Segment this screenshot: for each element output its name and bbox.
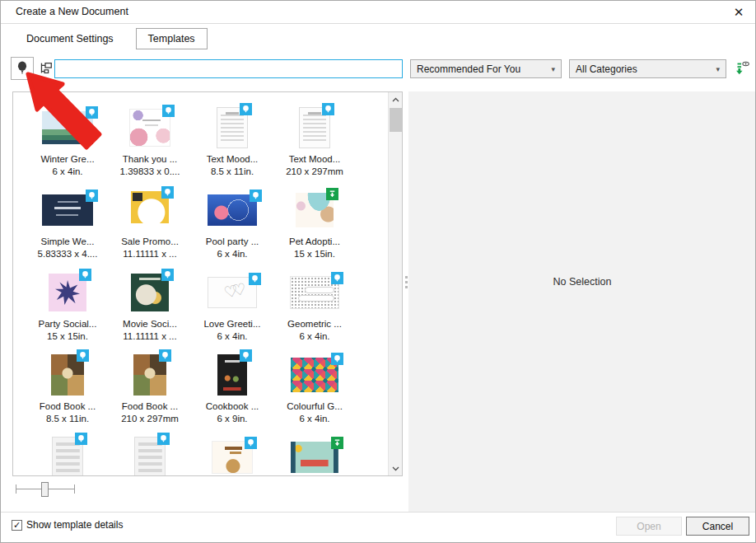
online-badge-icon <box>240 349 252 362</box>
template-size: 6 x 4in. <box>299 330 329 343</box>
tab-document-settings[interactable]: Document Settings <box>16 28 124 49</box>
template-item[interactable]: Food Book ... 8.5 x 11in. <box>26 351 109 433</box>
downloaded-badge-icon <box>326 188 338 200</box>
template-item[interactable]: Thank you ... 1.39833 x 0.... <box>109 104 191 186</box>
template-item[interactable] <box>191 433 273 476</box>
zoom-slider-handle[interactable] <box>41 482 49 497</box>
open-button[interactable]: Open <box>616 517 682 536</box>
template-item[interactable]: Simple We... 5.83333 x 4.... <box>26 186 109 269</box>
online-badge-icon <box>86 190 98 202</box>
template-thumbnail <box>291 442 338 473</box>
category-filter-dropdown[interactable]: All Categories ▾ <box>569 59 726 78</box>
scrollbar[interactable] <box>388 92 402 475</box>
template-name: Love Greeti... <box>203 318 260 330</box>
tree-view-button[interactable] <box>35 59 55 79</box>
dialog-title-bar: Create a New Document ✕ <box>1 1 755 24</box>
template-item[interactable]: Pet Adopti... 15 x 15in. <box>273 186 356 269</box>
category-filter-value: All Categories <box>576 63 637 75</box>
recommended-filter-dropdown[interactable]: Recommended For You ▾ <box>410 59 562 78</box>
thumbnail-zoom-slider[interactable] <box>16 482 75 497</box>
template-name: Text Mood... <box>289 153 341 166</box>
template-size: 210 x 297mm <box>121 413 179 425</box>
template-thumbnail <box>129 109 170 147</box>
template-size: 5.83333 x 4.... <box>38 248 98 260</box>
template-item[interactable]: Party Social... 15 x 15in. <box>26 269 109 351</box>
template-item[interactable] <box>273 433 356 476</box>
online-badge-icon <box>86 106 98 119</box>
online-badge-icon <box>331 353 343 365</box>
download-eye-icon <box>733 68 751 80</box>
online-badge-icon <box>331 272 343 284</box>
template-thumbnail <box>52 437 83 476</box>
template-item[interactable]: Love Greeti... 6 x 4in. <box>191 269 273 351</box>
recommended-filter-value: Recommended For You <box>417 63 520 75</box>
template-item[interactable]: Cookbook ... 6 x 9in. <box>191 351 273 433</box>
template-size: 8.5 x 11in. <box>211 166 254 178</box>
scrollbar-thumb[interactable] <box>390 108 402 132</box>
online-badge-icon <box>245 437 257 449</box>
online-content-toggle-button[interactable] <box>732 59 752 79</box>
tree-view-icon <box>37 60 54 79</box>
template-size: 210 x 297mm <box>286 166 343 178</box>
template-grid: Winter Gre... 6 x 4in. Thank you ... 1.3… <box>13 92 388 476</box>
show-template-details-checkbox[interactable]: ✓ Show template details <box>12 519 123 531</box>
panel-splitter[interactable] <box>404 91 408 512</box>
online-badge-icon <box>161 269 174 281</box>
template-name: Colourful G... <box>287 400 343 413</box>
online-badge-icon <box>250 190 262 202</box>
online-badge-icon <box>75 433 87 445</box>
template-item[interactable]: Pool party ... 6 x 4in. <box>191 186 273 269</box>
template-thumbnail <box>299 107 330 148</box>
template-thumbnail <box>51 354 84 396</box>
template-thumbnail <box>49 274 86 311</box>
template-size: 11.11111 x ... <box>123 330 176 343</box>
template-thumbnail <box>217 354 247 396</box>
filter-balloon-button[interactable] <box>11 57 34 80</box>
template-name: Pet Adopti... <box>289 236 340 248</box>
template-item[interactable]: Winter Gre... 6 x 4in. <box>26 104 109 186</box>
template-item[interactable]: Colourful G... 6 x 4in. <box>273 351 356 433</box>
template-thumbnail <box>134 437 166 476</box>
template-item[interactable] <box>26 433 109 476</box>
template-item[interactable]: Movie Soci... 11.11111 x ... <box>109 269 191 351</box>
chevron-down-icon: ▾ <box>551 65 555 73</box>
template-search-input[interactable] <box>54 59 403 78</box>
template-preview-panel: No Selection <box>408 91 756 512</box>
template-name: Movie Soci... <box>123 318 177 330</box>
template-name: Text Mood... <box>207 153 259 166</box>
template-thumbnail <box>208 194 257 226</box>
tab-templates[interactable]: Templates <box>136 28 208 49</box>
template-size: 6 x 9in. <box>217 413 247 425</box>
template-thumbnail <box>131 274 169 311</box>
template-name: Simple We... <box>41 236 95 248</box>
no-selection-text: No Selection <box>408 276 756 288</box>
template-item[interactable]: Text Mood... 8.5 x 11in. <box>191 104 273 186</box>
close-icon[interactable]: ✕ <box>729 2 749 22</box>
template-name: Sale Promo... <box>121 236 179 248</box>
checkbox-check-icon[interactable]: ✓ <box>12 520 22 531</box>
template-item[interactable]: Geometric ... 6 x 4in. <box>273 269 356 351</box>
template-size: 8.5 x 11in. <box>46 413 89 425</box>
template-item[interactable]: Sale Promo... 11.11111 x ... <box>109 186 191 269</box>
scroll-down-icon[interactable] <box>389 461 403 475</box>
dialog-footer: ✓ Show template details Open Cancel <box>1 513 755 543</box>
tab-bar: Document Settings Templates <box>16 28 208 49</box>
template-name: Food Book ... <box>40 400 96 413</box>
online-badge-icon <box>159 349 171 362</box>
template-thumbnail <box>42 194 93 226</box>
scroll-up-icon[interactable] <box>389 92 403 106</box>
template-item[interactable]: Text Mood... 210 x 297mm <box>273 104 356 186</box>
cancel-button[interactable]: Cancel <box>686 517 749 536</box>
template-item[interactable]: Food Book ... 210 x 297mm <box>109 351 191 433</box>
template-thumbnail <box>217 107 248 148</box>
template-name: Geometric ... <box>287 318 342 330</box>
template-thumbnail <box>291 358 338 392</box>
create-new-document-dialog: Create a New Document ✕ Document Setting… <box>0 0 756 543</box>
online-badge-icon <box>249 273 261 285</box>
template-thumbnail <box>290 276 339 309</box>
template-item[interactable] <box>109 433 191 476</box>
template-size: 15 x 15in. <box>294 248 335 260</box>
template-name: Cookbook ... <box>206 400 259 413</box>
template-name: Food Book ... <box>122 400 178 413</box>
template-thumbnail <box>208 277 257 308</box>
